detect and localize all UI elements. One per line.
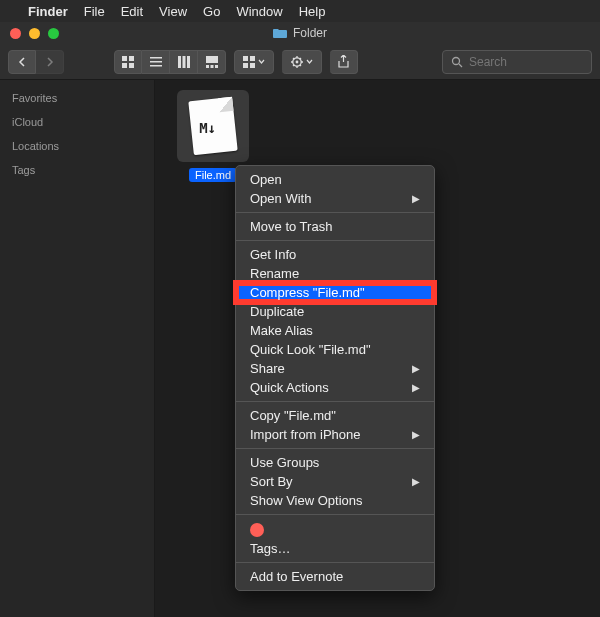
file-icon[interactable]: M↓ (177, 90, 249, 162)
context-menu-separator (236, 212, 434, 213)
svg-rect-2 (122, 63, 127, 68)
context-menu-item[interactable]: Add to Evernote (236, 567, 434, 586)
window-body: Favorites iCloud Locations Tags M↓ File.… (0, 80, 600, 617)
menubar-item-view[interactable]: View (159, 4, 187, 19)
sidebar-section-icloud[interactable]: iCloud (0, 110, 154, 134)
context-menu-item-label: Sort By (250, 474, 293, 489)
context-menu-item-label: Rename (250, 266, 299, 281)
context-menu-item-label: Use Groups (250, 455, 319, 470)
window-titlebar: Folder (0, 22, 600, 44)
search-input[interactable] (469, 55, 583, 69)
forward-button[interactable] (36, 50, 64, 74)
context-menu-item-label: Copy "File.md" (250, 408, 336, 423)
submenu-arrow-icon: ▶ (412, 429, 420, 440)
group-by-button[interactable] (234, 50, 274, 74)
file-label[interactable]: File.md (189, 168, 237, 182)
context-menu-item[interactable]: Rename (236, 264, 434, 283)
icon-view-button[interactable] (114, 50, 142, 74)
svg-rect-14 (243, 56, 248, 61)
md-glyph: M↓ (199, 120, 216, 136)
context-menu-item-label: Share (250, 361, 285, 376)
context-menu-item[interactable]: Sort By▶ (236, 472, 434, 491)
minimize-window-button[interactable] (29, 28, 40, 39)
submenu-arrow-icon: ▶ (412, 382, 420, 393)
submenu-arrow-icon: ▶ (412, 193, 420, 204)
gallery-view-button[interactable] (198, 50, 226, 74)
share-button[interactable] (330, 50, 358, 74)
svg-rect-17 (250, 63, 255, 68)
svg-point-19 (295, 60, 298, 63)
search-field[interactable] (442, 50, 592, 74)
context-menu-separator (236, 562, 434, 563)
svg-rect-6 (150, 65, 162, 67)
context-menu-item-label: Tags… (250, 541, 290, 556)
context-menu-item[interactable]: Compress "File.md" (236, 283, 434, 302)
menubar-item-go[interactable]: Go (203, 4, 220, 19)
svg-rect-4 (150, 57, 162, 59)
context-menu: OpenOpen With▶Move to TrashGet InfoRenam… (235, 165, 435, 591)
window-title: Folder (273, 26, 327, 40)
svg-rect-0 (122, 56, 127, 61)
context-menu-item[interactable]: Make Alias (236, 321, 434, 340)
context-menu-item[interactable]: Tags… (236, 539, 434, 558)
search-icon (451, 56, 463, 68)
svg-rect-11 (206, 65, 209, 68)
context-menu-item[interactable]: Import from iPhone▶ (236, 425, 434, 444)
context-menu-item-label: Duplicate (250, 304, 304, 319)
submenu-arrow-icon: ▶ (412, 363, 420, 374)
svg-rect-16 (243, 63, 248, 68)
close-window-button[interactable] (10, 28, 21, 39)
sidebar: Favorites iCloud Locations Tags (0, 80, 155, 617)
context-menu-item[interactable]: Move to Trash (236, 217, 434, 236)
context-menu-item-label: Quick Look "File.md" (250, 342, 371, 357)
sidebar-section-locations[interactable]: Locations (0, 134, 154, 158)
context-menu-tags-row[interactable] (236, 519, 434, 539)
submenu-arrow-icon: ▶ (412, 476, 420, 487)
context-menu-item-label: Show View Options (250, 493, 363, 508)
context-menu-item[interactable]: Quick Look "File.md" (236, 340, 434, 359)
context-menu-item-label: Add to Evernote (250, 569, 343, 584)
context-menu-separator (236, 448, 434, 449)
zoom-window-button[interactable] (48, 28, 59, 39)
svg-rect-15 (250, 56, 255, 61)
context-menu-separator (236, 401, 434, 402)
context-menu-separator (236, 240, 434, 241)
context-menu-item[interactable]: Share▶ (236, 359, 434, 378)
context-menu-item-label: Move to Trash (250, 219, 332, 234)
context-menu-item[interactable]: Duplicate (236, 302, 434, 321)
context-menu-item-label: Quick Actions (250, 380, 329, 395)
content-area[interactable]: M↓ File.md OpenOpen With▶Move to TrashGe… (155, 80, 600, 617)
context-menu-item[interactable]: Show View Options (236, 491, 434, 510)
back-button[interactable] (8, 50, 36, 74)
context-menu-item[interactable]: Quick Actions▶ (236, 378, 434, 397)
svg-rect-9 (187, 56, 190, 68)
context-menu-item[interactable]: Open (236, 170, 434, 189)
context-menu-item-label: Open With (250, 191, 311, 206)
svg-rect-13 (215, 65, 218, 68)
menubar-item-edit[interactable]: Edit (121, 4, 143, 19)
context-menu-item[interactable]: Copy "File.md" (236, 406, 434, 425)
window-title-text: Folder (293, 26, 327, 40)
column-view-button[interactable] (170, 50, 198, 74)
sidebar-section-favorites[interactable]: Favorites (0, 86, 154, 110)
svg-rect-10 (206, 56, 218, 63)
menubar: Finder File Edit View Go Window Help (0, 0, 600, 22)
svg-rect-8 (182, 56, 185, 68)
context-menu-item[interactable]: Use Groups (236, 453, 434, 472)
action-button[interactable] (282, 50, 322, 74)
sidebar-section-tags[interactable]: Tags (0, 158, 154, 182)
context-menu-item-label: Import from iPhone (250, 427, 361, 442)
context-menu-item[interactable]: Get Info (236, 245, 434, 264)
menubar-app-name[interactable]: Finder (28, 4, 68, 19)
svg-rect-7 (178, 56, 181, 68)
context-menu-item[interactable]: Open With▶ (236, 189, 434, 208)
menubar-item-window[interactable]: Window (236, 4, 282, 19)
list-view-button[interactable] (142, 50, 170, 74)
context-menu-item-label: Get Info (250, 247, 296, 262)
svg-rect-12 (210, 65, 213, 68)
context-menu-item-label: Compress "File.md" (250, 285, 365, 300)
tag-color-red-icon[interactable] (250, 523, 264, 537)
menubar-item-help[interactable]: Help (299, 4, 326, 19)
menubar-item-file[interactable]: File (84, 4, 105, 19)
context-menu-item-label: Make Alias (250, 323, 313, 338)
